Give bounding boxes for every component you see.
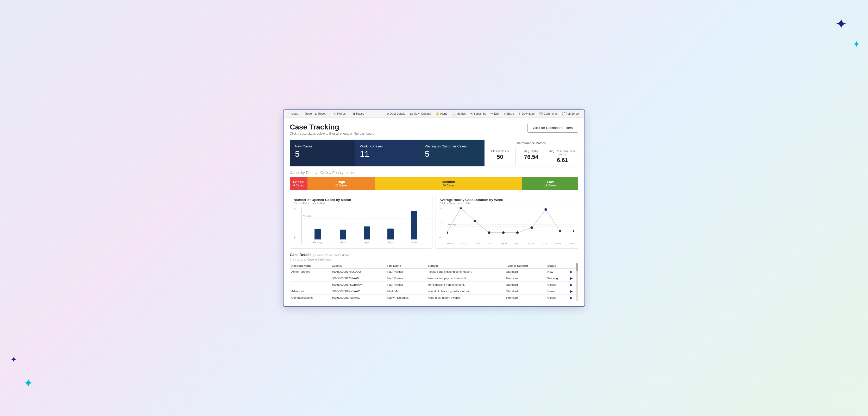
table-subtitle1: Hover over arrow for details (315, 253, 350, 256)
line-chart-container: 20 10 0 Average (439, 207, 574, 245)
edit-button[interactable]: ✏ Edit (490, 111, 500, 116)
col-account-name: Account Name (290, 263, 330, 269)
view-original-label: View: Original (413, 112, 431, 115)
redo-icon: → (301, 112, 304, 115)
x-label-6: May 19 (527, 242, 534, 245)
reset-button[interactable]: ⊡ Reset (314, 111, 327, 116)
full-screen-icon: ⛶ (562, 112, 565, 115)
scrollbar-thumb (576, 263, 578, 271)
cell-name: Paul Partner (386, 281, 426, 288)
x-label-9: Jun 30 (568, 242, 574, 245)
download-button[interactable]: ⬇ Download (518, 111, 535, 116)
table-row[interactable]: 5003i000001757AAM Paul Partner Was our l… (290, 275, 578, 281)
perf-avg-response[interactable]: Avg. Response Time (mins) 6.61 (547, 147, 578, 166)
view-original-button[interactable]: ▤ View: Original (409, 111, 432, 116)
x-label-1: Mar 10 (461, 242, 467, 245)
priority-low-label: Low (547, 180, 554, 184)
perf-avg-csat[interactable]: Avg. CSAT 76.54 (516, 147, 547, 166)
data-details-button[interactable]: ◇ Data Details (386, 111, 406, 116)
bar-february[interactable]: February (313, 229, 322, 244)
cell-subject: Please send shipping confirmation. (426, 268, 504, 275)
subscribe-icon: ✉ (470, 112, 473, 115)
perf-closed-cases-label: Closed Cases (487, 149, 514, 152)
cell-status: New (546, 268, 568, 275)
page-subtitle: Click a case status below to filter all … (290, 132, 374, 135)
row-arrow-icon[interactable]: ▶ (570, 296, 573, 300)
title-block: Case Tracking Click a case status below … (290, 123, 374, 135)
line-y-10: 10 (439, 222, 442, 224)
refresh-button[interactable]: ↻ Refresh (333, 111, 348, 116)
toolbar: ← Undo → Redo ⊡ Reset ↻ Refresh ⏸ Pause … (283, 110, 585, 118)
cell-account: Communications (290, 294, 330, 301)
x-label-2: Mar 24 (475, 242, 481, 245)
pause-button[interactable]: ⏸ Pause (351, 111, 365, 116)
row-arrow-icon[interactable]: ▶ (570, 289, 573, 293)
cell-subject: Items missing from shipment. (426, 281, 504, 288)
perf-metrics-items: Closed Cases 50 Avg. CSAT 76.54 Avg. Res… (485, 147, 578, 166)
priority-medium[interactable]: Medium 50 Cases (375, 177, 522, 190)
table-wrapper: Account Name Case ID Full Name Subject T… (290, 263, 578, 301)
bar-march-label: March (340, 241, 346, 244)
subscribe-button[interactable]: ✉ Subscribe (469, 111, 487, 116)
cell-name: Mark Metz (386, 288, 426, 294)
row-arrow-icon[interactable]: ▶ (570, 276, 573, 280)
kpi-new-cases[interactable]: New Cases 5 (290, 140, 354, 166)
table-section: Case Details | Hover over arrow for deta… (290, 253, 578, 301)
undo-button[interactable]: ← Undo (287, 111, 299, 116)
dashboard-filters-button[interactable]: Click for Dashboard Filters (527, 123, 578, 133)
metrics-button[interactable]: 📊 Metrics (451, 111, 467, 116)
comments-label: Comments (544, 112, 557, 115)
cell-support: Premium (504, 294, 546, 301)
x-label-5: May 5 (515, 242, 520, 245)
bar-april[interactable]: April (364, 227, 370, 244)
bar-june-rect[interactable] (411, 211, 417, 239)
kpi-waiting-cases[interactable]: Waiting on Customer Cases 5 (420, 140, 485, 166)
table-row[interactable]: 5003i0000017SQBAAM Paul Partner Items mi… (290, 281, 578, 288)
bar-march-rect[interactable] (340, 230, 346, 239)
cell-subject: Need most recent invoice (426, 294, 504, 301)
priority-medium-label: Medium (442, 180, 455, 184)
bar-june[interactable]: June (411, 211, 417, 244)
bar-may-label: May (388, 241, 393, 244)
share-button[interactable]: ⎋ Share (503, 111, 515, 116)
priority-low[interactable]: Low 19 Cases (522, 177, 578, 190)
cell-support: Standard (504, 281, 546, 288)
kpi-row: New Cases 5 Working Cases 11 Waiting on … (290, 140, 578, 166)
performance-metrics: Performance Metrics Closed Cases 50 Avg.… (485, 140, 578, 166)
priority-critical-count: 6 Cases (293, 184, 304, 187)
priority-high[interactable]: High 23 Cases (307, 177, 375, 190)
line-chart-subtitle: Click a Date mark to filter (439, 202, 574, 205)
bar-may-rect[interactable] (388, 229, 394, 239)
y-axis: 10 1 (294, 207, 296, 239)
cell-case-id: 5003i0000017SQBAAM (330, 281, 385, 288)
alerts-button[interactable]: 🔔 Alerts (435, 111, 448, 116)
table-row[interactable]: Acme Partners 5003i000001750QAA2 Paul Pa… (290, 268, 578, 275)
line-chart-panel: Average Hourly Case Duration by Week Cli… (436, 194, 578, 249)
row-arrow-icon[interactable]: ▶ (570, 270, 573, 274)
table-row[interactable]: Communications 5003i000001Rs3jAAC Kathy … (290, 294, 578, 301)
kpi-working-cases[interactable]: Working Cases 11 (354, 140, 420, 166)
reset-label: Reset (318, 112, 326, 115)
download-label: Download (522, 112, 534, 115)
redo-button[interactable]: → Redo (300, 111, 313, 116)
bar-may[interactable]: May (388, 229, 394, 244)
full-screen-button[interactable]: ⛶ Full Screen (561, 111, 581, 116)
perf-closed-cases[interactable]: Closed Cases 50 (485, 147, 516, 166)
table-body: Acme Partners 5003i000001750QAA2 Paul Pa… (290, 268, 578, 301)
cell-status: Closed (546, 294, 568, 301)
comments-button[interactable]: 💬 Comments (538, 111, 558, 116)
x-label-0: Feb 24 (447, 242, 453, 245)
svg-point-12 (545, 208, 547, 211)
bar-march[interactable]: March (340, 230, 346, 244)
dashboard-container: ← Undo → Redo ⊡ Reset ↻ Refresh ⏸ Pause … (283, 109, 585, 307)
full-screen-label: Full Screen (566, 112, 580, 115)
table-scrollbar[interactable] (576, 263, 578, 301)
row-arrow-icon[interactable]: ▶ (570, 283, 573, 287)
table-header-row: Account Name Case ID Full Name Subject T… (290, 263, 578, 269)
sparkle-decoration-3: ✦ (10, 355, 17, 364)
priority-title: Cases by Priority (290, 171, 317, 175)
bar-april-rect[interactable] (364, 227, 370, 239)
table-row[interactable]: Advanced 5003i000001Rs3iAAC Mark Metz Ho… (290, 288, 578, 294)
priority-critical[interactable]: Critical 6 Cases (290, 177, 307, 190)
bar-february-rect[interactable] (314, 229, 321, 239)
